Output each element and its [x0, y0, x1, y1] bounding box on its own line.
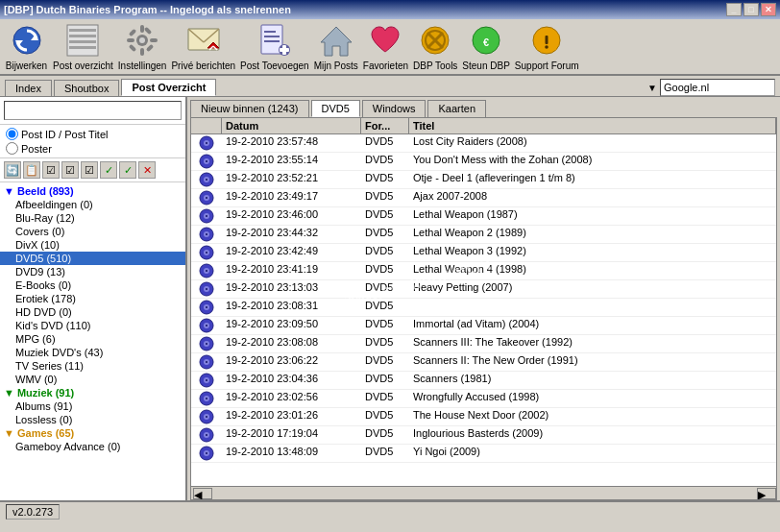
th-titel[interactable]: Titel [409, 118, 776, 133]
row-format: DVD5 [361, 317, 409, 334]
tree-tvseries[interactable]: TV Series (11) [0, 359, 185, 373]
row-title: Lethal Weapon (1987) [409, 207, 776, 225]
tab-shoutbox[interactable]: Shoutbox [54, 80, 119, 96]
scrollbar-left-btn[interactable]: ◀ [193, 488, 212, 499]
minimize-button[interactable]: _ [726, 3, 742, 16]
tab-post-overzicht[interactable]: Post Overzicht [121, 79, 216, 96]
table-row[interactable]: 19-2-2010 23:02:56 DVD5 Wrongfully Accus… [191, 390, 776, 408]
message-icon [185, 22, 222, 59]
sidebar-btn-5[interactable]: ☑ [81, 161, 98, 179]
right-panel: Nieuw binnen (1243) DVD5 Windows Kaarten… [187, 97, 780, 500]
table-row[interactable]: 19-2-2010 23:06:22 DVD5 Scanners II: The… [191, 353, 776, 372]
table-row[interactable]: 19-2-2010 23:55:14 DVD5 You Don't Mess w… [191, 153, 776, 171]
tree-albums[interactable]: Albums (91) [0, 399, 185, 413]
toolbar-post-overzicht[interactable]: Post overzicht [53, 22, 113, 71]
table-row[interactable]: 19-2-2010 23:04:36 DVD5 Scanners (1981) [191, 372, 776, 390]
row-format: DVD5 [361, 171, 409, 188]
table-row[interactable]: 19-2-2010 23:01:26 DVD5 The House Next D… [191, 408, 776, 426]
tree-erotiek[interactable]: Erotiek (178) [0, 292, 185, 305]
toolbar-favorieten[interactable]: Favorieten [363, 22, 408, 71]
tree-mpg[interactable]: MPG (6) [0, 332, 185, 346]
svg-point-69 [206, 306, 207, 308]
search-input[interactable] [660, 79, 775, 96]
table-row[interactable]: 19-2-2010 23:08:31 DVD5 [191, 299, 776, 317]
toolbar-prive-berichten[interactable]: Privé berichten [171, 22, 235, 71]
horizontal-scrollbar[interactable]: ◀ ▶ [191, 486, 776, 499]
tab-windows[interactable]: Windows [362, 100, 427, 117]
svg-point-87 [206, 416, 207, 418]
table-row[interactable]: 19-2-2010 23:13:03 DVD5 Heavy Petting (2… [191, 280, 776, 299]
row-title: Ajax 2007-2008 [409, 189, 776, 206]
row-date: 19-2-2010 23:08:08 [222, 335, 361, 352]
sidebar-btn-8[interactable]: ✕ [138, 161, 156, 179]
tree-kidsdvd[interactable]: Kid's DVD (110) [0, 319, 185, 332]
tab-kaarten[interactable]: Kaarten [427, 100, 486, 117]
table-row[interactable]: 19-2-2010 23:57:48 DVD5 Lost City Raider… [191, 134, 776, 153]
sidebar-btn-7[interactable]: ✓ [119, 161, 136, 179]
toolbar-mijn-posts[interactable]: Mijn Posts [314, 22, 358, 71]
radio-poster[interactable]: Poster [6, 142, 180, 155]
tab-dvd5[interactable]: DVD5 [311, 100, 360, 117]
tree-divx[interactable]: DivX (10) [0, 238, 185, 252]
home-icon [318, 22, 354, 59]
tree-hddvd[interactable]: HD DVD (0) [0, 305, 185, 319]
th-datum[interactable]: Datum [222, 118, 361, 133]
tree-dvd9[interactable]: DVD9 (13) [0, 265, 185, 278]
radio-post-id-input[interactable] [6, 128, 18, 140]
toolbar-steun-dbp-label: Steun DBP [462, 60, 509, 71]
scrollbar-track[interactable] [212, 490, 757, 497]
svg-point-51 [206, 197, 207, 199]
table-row[interactable]: 19-2-2010 23:44:32 DVD5 Lethal Weapon 2 … [191, 226, 776, 244]
warning-icon [528, 22, 565, 59]
row-title: Lethal Weapon 2 (1989) [409, 226, 776, 243]
toolbar-bijwerken[interactable]: Bijwerken [5, 22, 48, 71]
tab-nieuw-binnen[interactable]: Nieuw binnen (1243) [190, 100, 309, 117]
th-format[interactable]: For... [361, 118, 409, 133]
radio-post-id[interactable]: Post ID / Post Titel [6, 128, 180, 140]
table-row[interactable]: 19-2-2010 23:08:08 DVD5 Scanners III: Th… [191, 335, 776, 353]
table-row[interactable]: 19-2-2010 13:48:09 DVD5 Yi Ngoi (2009) [191, 445, 776, 463]
table-row[interactable]: 19-2-2010 23:46:00 DVD5 Lethal Weapon (1… [191, 207, 776, 226]
toolbar-dbp-tools[interactable]: DBP Tools [413, 22, 457, 71]
svg-point-84 [206, 398, 207, 399]
tree-bluray[interactable]: Blu-Ray (12) [0, 211, 185, 225]
toolbar-steun-dbp[interactable]: € Steun DBP [462, 22, 509, 71]
tree-covers[interactable]: Covers (0) [0, 225, 185, 238]
tree-muziekdvd[interactable]: Muziek DVD's (43) [0, 346, 185, 359]
tree-dvd5[interactable]: DVD5 (510) [0, 252, 185, 265]
table-row[interactable]: 19-2-2010 23:42:49 DVD5 Lethal Weapon 3 … [191, 244, 776, 262]
toolbar-instellingen[interactable]: Instellingen [118, 22, 167, 71]
category-muziek[interactable]: ▼ Muziek (91) [0, 386, 185, 399]
table-row[interactable]: 19-2-2010 23:09:50 DVD5 Immortal (ad Vit… [191, 317, 776, 335]
toolbar-support-forum[interactable]: Support Forum [515, 22, 579, 71]
tree-gameboy[interactable]: Gameboy Advance (0) [0, 440, 185, 453]
tree-lossless[interactable]: Lossless (0) [0, 413, 185, 426]
sidebar-btn-4[interactable]: ☑ [61, 161, 79, 179]
scrollbar-right-btn[interactable]: ▶ [757, 488, 776, 499]
tree-ebooks[interactable]: E-Books (0) [0, 278, 185, 292]
sidebar-btn-2[interactable]: 📋 [23, 161, 40, 179]
table-row[interactable]: 19-2-2010 23:41:19 DVD5 Lethal Weapon 4 … [191, 262, 776, 280]
tree-wmv[interactable]: WMV (0) [0, 373, 185, 386]
tree-afbeeldingen[interactable]: Afbeeldingen (0) [0, 198, 185, 211]
close-button[interactable]: ✕ [761, 3, 776, 16]
tab-index[interactable]: Index [5, 80, 52, 96]
table-row[interactable]: 19-2-2010 23:52:21 DVD5 Otje - Deel 1 (a… [191, 171, 776, 189]
maximize-button[interactable]: □ [743, 3, 759, 16]
sidebar-btn-1[interactable]: 🔄 [4, 161, 21, 179]
category-beeld[interactable]: ▼ Beeld (893) [0, 184, 185, 198]
category-games[interactable]: ▼ Games (65) [0, 426, 185, 440]
sidebar-btn-6[interactable]: ✓ [100, 161, 117, 179]
table-row[interactable]: 19-2-2010 17:19:04 DVD5 Inglourious Bast… [191, 426, 776, 445]
table-row[interactable]: 19-2-2010 23:49:17 DVD5 Ajax 2007-2008 [191, 189, 776, 207]
radio-poster-input[interactable] [6, 142, 18, 155]
sidebar-search-input[interactable] [4, 101, 182, 120]
toolbar-post-overzicht-label: Post overzicht [53, 60, 113, 71]
toolbar-post-toevoegen[interactable]: Post Toevoegen [240, 22, 309, 71]
sidebar-btn-3[interactable]: ☑ [42, 161, 60, 179]
search-dropdown-icon[interactable]: ▼ [647, 83, 657, 93]
svg-rect-16 [144, 27, 152, 35]
row-title [409, 299, 776, 316]
category-tree: ▼ Beeld (893) Afbeeldingen (0) Blu-Ray (… [0, 182, 185, 500]
svg-point-75 [206, 343, 207, 345]
